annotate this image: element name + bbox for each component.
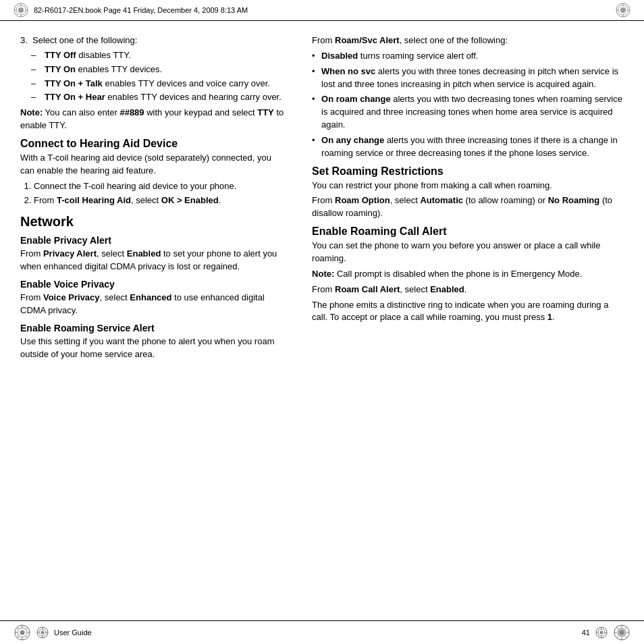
- svg-point-41: [620, 630, 624, 635]
- roam-bullet-2: When no svc alerts you with three tones …: [312, 65, 624, 91]
- heading-hearing-aid: Connect to Hearing Aid Device: [20, 138, 285, 150]
- svg-line-49: [616, 636, 618, 638]
- page-container: 82-R6017-2EN.book Page 41 Friday, Decemb…: [0, 0, 644, 644]
- svg-line-21: [17, 627, 19, 629]
- bottom-right-deco-icon: [613, 624, 630, 641]
- top-left-deco-icon: [14, 3, 28, 18]
- heading-network: Network: [20, 214, 285, 230]
- svg-line-23: [26, 627, 28, 629]
- hearing-aid-steps: Connect the T-coil hearing aid device to…: [34, 180, 285, 208]
- note-tty: Note: You can also enter ##889 with your…: [20, 107, 285, 132]
- dash-item-4: TTY On + Hear enables TTY devices and he…: [31, 91, 285, 104]
- roaming-service-alert-body: Use this setting if you want the phone t…: [20, 336, 285, 361]
- heading-voice-privacy: Enable Voice Privacy: [20, 279, 285, 290]
- svg-line-22: [26, 636, 28, 638]
- hearing-aid-body: With a T-coil hearing aid device (sold s…: [20, 152, 285, 178]
- right-column: From Roam/Svc Alert, select one of the f…: [305, 34, 624, 611]
- roaming-call-alert-note: Note: Call prompt is disabled when the p…: [312, 268, 624, 281]
- bottom-left-circle-icon: [36, 626, 49, 639]
- bottom-left-deco-icon: [14, 624, 31, 641]
- heading-roaming-call-alert: Enable Roaming Call Alert: [312, 225, 624, 238]
- svg-line-46: [616, 627, 618, 629]
- content-area: 3. Select one of the following: TTY Off …: [0, 21, 644, 624]
- heading-roaming-service-alert: Enable Roaming Service Alert: [20, 323, 285, 333]
- hearing-aid-step2: From T-coil Hearing Aid, select OK > Ena…: [34, 194, 285, 207]
- svg-line-47: [625, 636, 627, 638]
- roam-svc-intro: From Roam/Svc Alert, select one of the f…: [312, 34, 624, 47]
- dash-item-2: TTY On enables TTY devices.: [31, 63, 285, 76]
- top-bar: 82-R6017-2EN.book Page 41 Friday, Decemb…: [0, 0, 644, 21]
- hearing-aid-step1: Connect the T-coil hearing aid device to…: [34, 180, 285, 193]
- roaming-call-alert-body2: The phone emits a distinctive ring to in…: [312, 299, 624, 325]
- roaming-call-alert-body1: You can set the phone to warn you before…: [312, 240, 624, 265]
- svg-line-24: [17, 636, 19, 638]
- svg-point-34: [600, 631, 603, 635]
- svg-point-9: [620, 7, 626, 13]
- roaming-call-alert-para: From Roam Call Alert, select Enabled.: [312, 284, 624, 296]
- header-text: 82-R6017-2EN.book Page 41 Friday, Decemb…: [34, 6, 248, 14]
- privacy-alert-body: From Privacy Alert, select Enabled to se…: [20, 248, 285, 273]
- roam-bullet-list: Disabled turns roaming service alert off…: [312, 50, 624, 160]
- dash-item-1: TTY Off disables TTY.: [31, 49, 285, 62]
- heading-set-roaming-restrictions: Set Roaming Restrictions: [312, 165, 624, 178]
- roam-bullet-3: On roam change alerts you with two decre…: [312, 93, 624, 132]
- svg-line-48: [625, 627, 627, 629]
- footer-right: 41: [582, 628, 590, 637]
- left-column: 3. Select one of the following: TTY Off …: [20, 34, 292, 611]
- dash-list: TTY Off disables TTY. TTY On enables TTY…: [31, 49, 285, 104]
- dash-item-3: TTY On + Talk enables TTY devices and vo…: [31, 78, 285, 90]
- bottom-right-circle-icon: [595, 626, 608, 639]
- roaming-restrictions-body2: From Roam Option, select Automatic (to a…: [312, 194, 624, 220]
- roaming-restrictions-body1: You can restrict your phone from making …: [312, 180, 624, 192]
- svg-point-27: [41, 631, 45, 635]
- step3-intro: 3. Select one of the following:: [20, 34, 285, 47]
- voice-privacy-body: From Voice Privacy, select Enhanced to u…: [20, 292, 285, 317]
- bottom-bar: User Guide 41: [0, 620, 644, 644]
- footer-left: User Guide: [54, 628, 92, 637]
- heading-privacy-alert: Enable Privacy Alert: [20, 235, 285, 246]
- top-right-deco-icon: [616, 3, 630, 18]
- roam-bullet-4: On any change alerts you with three incr…: [312, 134, 624, 160]
- roam-bullet-1: Disabled turns roaming service alert off…: [312, 50, 624, 63]
- svg-point-2: [18, 7, 24, 13]
- svg-point-16: [20, 630, 25, 635]
